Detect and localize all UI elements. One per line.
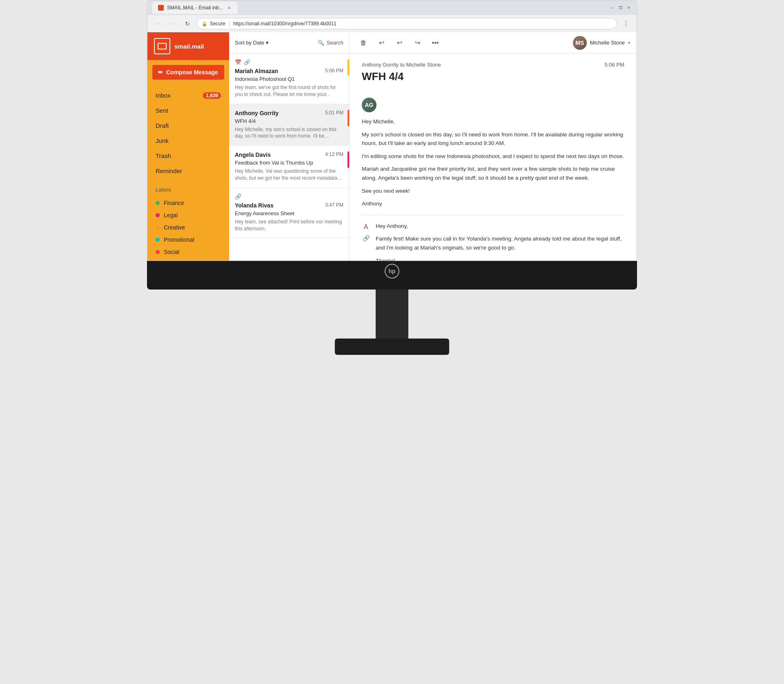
sidebar-item-reminder[interactable]: Reminder	[147, 163, 229, 178]
email-item-3[interactable]: Angela Davis 4:12 PM Feedback from Val i…	[229, 146, 349, 188]
label-legal[interactable]: Legal	[156, 209, 221, 221]
sort-button[interactable]: Sort by Date ▾	[235, 40, 269, 46]
email-1-indicator	[347, 59, 349, 76]
email-1-icons: 📅 🔗	[235, 59, 343, 65]
creative-label: Creative	[164, 224, 185, 231]
hp-logo: hp	[385, 264, 399, 279]
label-creative[interactable]: Creative	[156, 221, 221, 234]
email-4-time: 3:47 PM	[325, 202, 343, 208]
browser-menu-button[interactable]: ⋮	[620, 18, 632, 29]
email-view-time: 5:06 PM	[605, 62, 624, 68]
reply-all-button[interactable]: ↩	[392, 36, 407, 50]
sent-label: Sent	[156, 107, 168, 114]
forward-button[interactable]: ↪	[410, 36, 425, 50]
compose-icon: ✏	[158, 69, 163, 76]
sidebar-item-sent[interactable]: Sent	[147, 103, 229, 118]
label-promotional[interactable]: Promotional	[156, 234, 221, 246]
tab-title: SMAIL.MAIL - Email inb...	[167, 5, 223, 11]
email-item-1[interactable]: 📅 🔗 Mariah Almazan 5:06 PM Indonesia Pho…	[229, 53, 349, 104]
back-button[interactable]: ←	[152, 18, 164, 29]
email-2-subject: WFH 4/4	[235, 118, 343, 124]
search-icon: 🔍	[318, 40, 324, 46]
search-label: Search	[327, 40, 343, 46]
url-text: https://smail.mail/10300/nrgdrive/77389.…	[233, 21, 336, 27]
email-view-subject: WFH 4/4	[362, 70, 624, 83]
creative-dot	[156, 225, 160, 229]
email-3-preview: Hey Michelle, Val was questioning some o…	[235, 168, 343, 182]
label-finance[interactable]: Finance	[156, 197, 221, 209]
email-1-time: 5:06 PM	[325, 68, 343, 74]
link-icon: 🔗	[244, 59, 250, 65]
secure-icon: 🔒	[202, 21, 207, 27]
email-item-4[interactable]: 🔗 Yolanda Rivas 3:47 PM Energy Awareness…	[229, 188, 349, 238]
sort-label: Sort by Date	[235, 40, 264, 46]
social-dot	[156, 250, 160, 254]
protocol-label: Secure	[210, 21, 225, 27]
promotional-label: Promotional	[164, 236, 194, 243]
email-3-indicator	[347, 152, 349, 168]
draft-label: Draft	[156, 122, 169, 129]
delete-button[interactable]: 🗑	[356, 36, 371, 50]
maximize-button[interactable]: ⧠	[618, 5, 624, 11]
email-view-panel: 🗑 ↩ ↩ ↪ ••• MS Michelle Stone ▾ Anthony …	[350, 32, 637, 261]
email-2-header: Anthony Gorrity 5:01 PM	[235, 110, 343, 116]
logo-envelope-icon	[158, 43, 167, 49]
email-1-preview: Hey team, we've got the first round of s…	[235, 84, 343, 98]
mail-app: smail.mail ✏ Compose Message Inbox 1,939…	[147, 32, 637, 261]
message-sender-row-1: AG	[362, 98, 624, 112]
search-button[interactable]: 🔍 Search	[318, 40, 343, 46]
logo-icon	[154, 38, 170, 54]
sidebar-item-trash[interactable]: Trash	[147, 148, 229, 163]
label-social[interactable]: Social	[156, 246, 221, 258]
email-4-icons: 🔗	[235, 194, 343, 200]
sidebar-item-draft[interactable]: Draft	[147, 118, 229, 133]
social-label: Social	[164, 249, 179, 255]
email-message-1: AG Hey Michelle, My son's school is clos…	[362, 91, 624, 215]
sort-chevron-icon: ▾	[266, 40, 269, 46]
close-button[interactable]: ✕	[626, 5, 632, 11]
minimize-button[interactable]: —	[610, 5, 615, 11]
compose-button[interactable]: ✏ Compose Message	[152, 65, 224, 80]
finance-label: Finance	[164, 200, 184, 206]
email-view-toolbar: 🗑 ↩ ↩ ↪ ••• MS Michelle Stone ▾	[350, 32, 637, 53]
email-list-panel: Sort by Date ▾ 🔍 Search 📅 🔗 Mariah Al	[229, 32, 350, 261]
labels-title: Labels	[156, 187, 221, 193]
message-body-1: Hey Michelle, My son's school is closed …	[362, 117, 624, 208]
reply-button[interactable]: ↩	[374, 36, 389, 50]
tab-favicon	[158, 5, 164, 11]
nav-items: Inbox 1,939 Sent Draft Junk Trash Remind…	[147, 85, 229, 182]
user-avatar: MS	[573, 36, 587, 50]
address-bar[interactable]: 🔒 Secure | https://smail.mail/10300/nrgd…	[196, 18, 617, 29]
email-2-time: 5:01 PM	[325, 110, 343, 116]
user-name: Michelle Stone	[590, 40, 625, 46]
sender-avatar-1: AG	[362, 98, 376, 112]
email-2-preview: Hey Michelle, my son's school is closed …	[235, 126, 343, 140]
sidebar-logo: smail.mail	[147, 32, 229, 60]
sidebar: smail.mail ✏ Compose Message Inbox 1,939…	[147, 32, 229, 261]
sidebar-item-inbox[interactable]: Inbox 1,939	[147, 88, 229, 103]
email-1-sender: Mariah Almazan	[235, 68, 278, 74]
monitor-frame	[147, 281, 637, 290]
refresh-button[interactable]: ↻	[182, 18, 193, 29]
user-menu[interactable]: MS Michelle Stone ▾	[573, 36, 630, 50]
message-body-2: Hey Anthony, Family first! Make sure you…	[376, 222, 624, 261]
monitor-stand-neck	[376, 290, 408, 339]
monitor-hp-bar: hp	[147, 261, 637, 281]
email-3-subject: Feedback from Val is Thumbs Up	[235, 160, 343, 166]
browser-tab[interactable]: SMAIL.MAIL - Email inb... ✕	[152, 2, 238, 14]
more-button[interactable]: •••	[428, 36, 443, 50]
tab-close-button[interactable]: ✕	[226, 5, 232, 11]
sidebar-item-junk[interactable]: Junk	[147, 133, 229, 148]
labels-section: Labels Finance Legal Creative Promotiona…	[147, 182, 229, 261]
reply-link-icon: 🔗	[363, 235, 370, 241]
forward-button[interactable]: →	[167, 18, 178, 29]
email-from-to: Anthony Gorrity to Michelle Stone	[362, 62, 441, 68]
email-meta: Anthony Gorrity to Michelle Stone 5:06 P…	[362, 62, 624, 68]
reminder-label: Reminder	[156, 167, 182, 174]
reply-font-icon: A	[364, 223, 368, 231]
email-1-header: Mariah Almazan 5:06 PM	[235, 68, 343, 74]
compose-label: Compose Message	[166, 69, 218, 76]
user-avatar-image: MS	[573, 36, 587, 50]
email-item-2[interactable]: Anthony Gorrity 5:01 PM WFH 4/4 Hey Mich…	[229, 104, 349, 146]
email-items: 📅 🔗 Mariah Almazan 5:06 PM Indonesia Pho…	[229, 53, 349, 261]
